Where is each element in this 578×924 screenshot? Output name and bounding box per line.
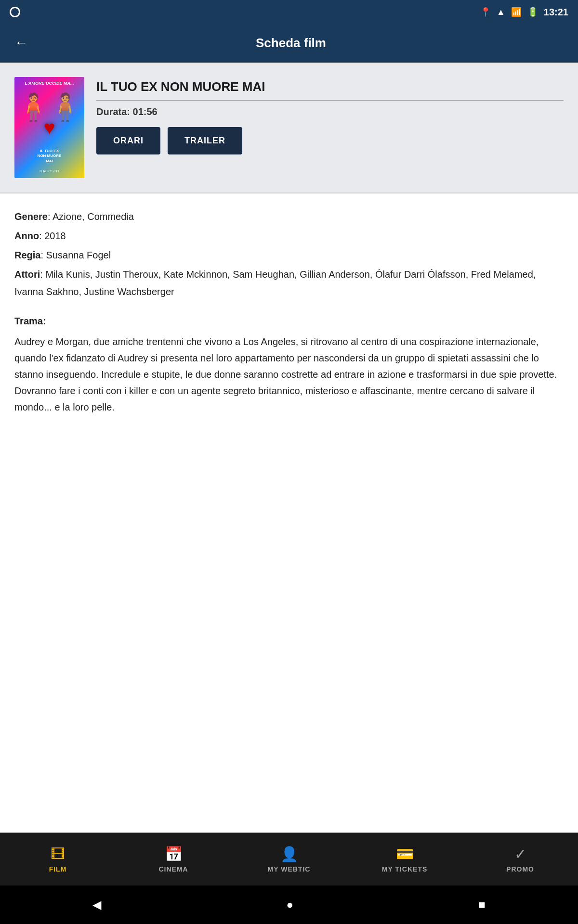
page-title: Scheda film — [42, 36, 539, 51]
genere-line: Genere: Azione, Commedia — [14, 208, 564, 225]
genere-label: Genere — [14, 211, 48, 222]
status-bar-right: 📍 ▲ 📶 🔋 13:21 — [480, 7, 568, 18]
android-back-button[interactable]: ◀ — [92, 898, 101, 911]
poster-date: 8 AGOSTO — [14, 169, 84, 173]
anno-line: Anno: 2018 — [14, 227, 564, 244]
cinema-nav-icon: 📅 — [165, 846, 183, 862]
trama-text: Audrey e Morgan, due amiche trentenni ch… — [14, 334, 564, 415]
film-nav-icon: 🎞 — [51, 846, 65, 862]
trailer-button[interactable]: TRAILER — [168, 127, 242, 154]
film-info: IL TUO EX NON MUORE MAI Durata: 01:56 OR… — [96, 77, 564, 178]
status-circle-icon — [10, 7, 20, 17]
trama-section: Trama: Audrey e Morgan, due amiche trent… — [14, 312, 564, 415]
bottom-nav: 🎞 FILM 📅 CINEMA 👤 MY WEBTIC 💳 MY TICKETS… — [0, 833, 578, 886]
android-recents-button[interactable]: ■ — [478, 898, 486, 911]
nav-item-my-tickets[interactable]: 💳 MY TICKETS — [347, 846, 462, 873]
cinema-nav-label: CINEMA — [158, 865, 188, 873]
promo-nav-icon: ✓ — [514, 846, 526, 862]
film-buttons: ORARI TRAILER — [96, 127, 564, 154]
nav-item-film[interactable]: 🎞 FILM — [0, 846, 116, 873]
film-details: Genere: Azione, Commedia Anno: 2018 Regi… — [0, 193, 578, 430]
anno-label: Anno — [14, 231, 39, 241]
film-poster: L'AMORE UCCIDE MA... 🧍 🧍 ♥ IL TUO EXNON … — [14, 77, 84, 178]
poster-title: IL TUO EXNON MUOREMAI — [14, 149, 84, 164]
trama-label: Trama: — [14, 312, 564, 330]
regia-line: Regia: Susanna Fogel — [14, 246, 564, 264]
my-tickets-nav-icon: 💳 — [396, 846, 414, 862]
wifi-icon: ▲ — [497, 7, 505, 17]
status-time: 13:21 — [544, 7, 568, 18]
film-card: L'AMORE UCCIDE MA... 🧍 🧍 ♥ IL TUO EXNON … — [0, 63, 578, 193]
nav-bar: ← Scheda film — [0, 24, 578, 63]
attori-line: Attori: Mila Kunis, Justin Theroux, Kate… — [14, 266, 564, 300]
my-webtic-nav-label: MY WEBTIC — [268, 865, 311, 873]
android-nav: ◀ ● ■ — [0, 886, 578, 924]
my-webtic-nav-icon: 👤 — [280, 846, 298, 862]
status-bar-left — [10, 7, 20, 17]
location-icon: 📍 — [480, 7, 491, 17]
battery-icon: 🔋 — [527, 7, 538, 17]
regia-label: Regia — [14, 250, 40, 260]
attori-value: Mila Kunis, Justin Theroux, Kate Mckinno… — [14, 269, 536, 297]
promo-nav-label: PROMO — [506, 865, 534, 873]
poster-image: L'AMORE UCCIDE MA... 🧍 🧍 ♥ IL TUO EXNON … — [14, 77, 84, 178]
status-bar: 📍 ▲ 📶 🔋 13:21 — [0, 0, 578, 24]
anno-value: 2018 — [44, 231, 66, 241]
film-title: IL TUO EX NON MUORE MAI — [96, 79, 564, 101]
my-tickets-nav-label: MY TICKETS — [382, 865, 428, 873]
poster-tagline: L'AMORE UCCIDE MA... — [14, 81, 84, 86]
film-nav-label: FILM — [49, 865, 67, 873]
duration-value: 01:56 — [133, 106, 158, 117]
nav-item-cinema[interactable]: 📅 CINEMA — [116, 846, 231, 873]
duration-label: Durata: — [96, 106, 130, 117]
regia-value: Susanna Fogel — [46, 250, 111, 260]
attori-label: Attori — [14, 269, 40, 280]
orari-button[interactable]: ORARI — [96, 127, 160, 154]
genere-value: Azione, Commedia — [53, 211, 134, 222]
android-home-button[interactable]: ● — [286, 898, 293, 911]
nav-item-my-webtic[interactable]: 👤 MY WEBTIC — [231, 846, 347, 873]
back-button[interactable]: ← — [14, 35, 28, 51]
film-duration: Durata: 01:56 — [96, 106, 564, 117]
nav-item-promo[interactable]: ✓ PROMO — [462, 846, 578, 873]
signal-icon: 📶 — [511, 7, 522, 17]
